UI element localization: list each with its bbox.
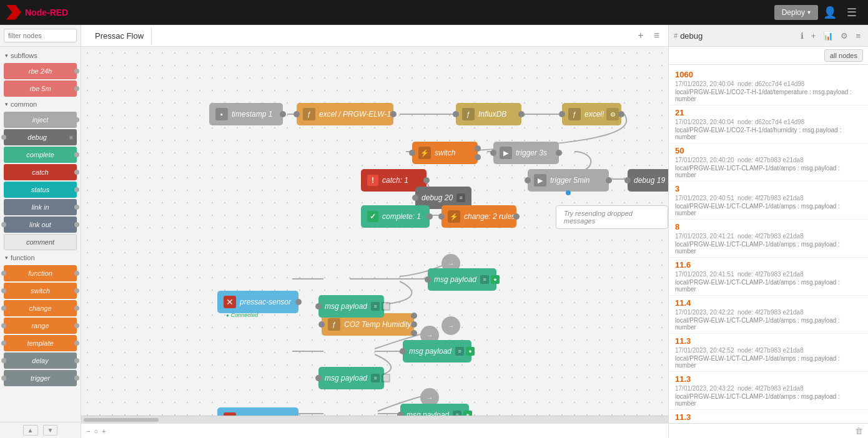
flow-node-timestamp[interactable]: ▪ timestamp 1	[209, 103, 283, 125]
sidebar-section-function[interactable]: ▾ function	[0, 251, 81, 264]
debug-hash: #	[674, 32, 678, 39]
sidebar-node-debug[interactable]: debug ≡	[4, 129, 77, 145]
user-icon-button[interactable]: 👤	[818, 6, 842, 19]
sidebar-node-delay[interactable]: delay	[4, 353, 77, 369]
port-right-icon	[74, 117, 79, 122]
scroll-up-button[interactable]: ▲	[23, 425, 38, 436]
port-left-icon	[1, 358, 6, 363]
port-right-icon	[74, 271, 79, 276]
debug-meta: 17/01/2023, 20:43:22 node: 4f27b983 e21d…	[675, 384, 862, 393]
search-input[interactable]	[4, 29, 77, 42]
flow-node-complete1[interactable]: ✓ complete: 1	[361, 205, 430, 228]
port-right-icon	[74, 358, 79, 363]
flow-node-excel-prgw[interactable]: ƒ excel / PRGW-ELW-1	[297, 103, 393, 125]
fit-button[interactable]: ○	[94, 427, 98, 435]
debug-info-button[interactable]: ℹ	[798, 30, 806, 42]
horizontal-scrollbar[interactable]	[81, 416, 668, 423]
sidebar-node-trigger[interactable]: trigger	[4, 370, 77, 386]
sidebar-node-linkin[interactable]: link in	[4, 199, 77, 215]
sidebar-node-template[interactable]: template	[4, 335, 77, 351]
canvas-header: Pressac Flow + ≡	[81, 25, 668, 47]
sidebar-node-linkout[interactable]: link out	[4, 217, 77, 233]
debug-path: local/PRGW-ELW-1/CT-CLAMP-1/dat/amps : m…	[675, 393, 862, 407]
sidebar-node-comment[interactable]: comment	[4, 234, 77, 250]
debug-clear-button[interactable]: 🗑	[855, 426, 863, 436]
sidebar-section-label: function	[11, 254, 35, 261]
sidebar-node-change[interactable]: change	[4, 300, 77, 316]
flow-node-influxdb[interactable]: ƒ InfluxDB	[456, 103, 521, 125]
flow-node-msgpayload-co2-b[interactable]: msg payload ≡ ⬜	[318, 295, 384, 318]
sidebar-node-range[interactable]: range	[4, 318, 77, 334]
node-label: switch	[7, 287, 73, 294]
chevron-down-icon: ▾	[5, 52, 8, 59]
hamburger-menu-button[interactable]: ☰	[842, 6, 862, 19]
flow-node-debug19[interactable]: debug 19 ≡ ●	[628, 169, 668, 192]
node-label: InfluxDB	[478, 110, 506, 119]
debug-settings-button[interactable]: ⚙	[838, 30, 851, 42]
port-right-icon	[74, 288, 79, 293]
port-dot	[411, 313, 417, 319]
debug-header: # debug ℹ + 📊 ⚙ ≡	[669, 25, 868, 47]
node-label: rbe 24h	[7, 67, 73, 75]
node-label: CO2 Temp Humidity	[344, 320, 412, 329]
sidebar-node-function[interactable]: function	[4, 265, 77, 281]
debug-entry: 11.6 17/01/2023, 20:41:51 node: 4f27b983…	[669, 258, 868, 296]
sidebar-node-catch[interactable]: catch	[4, 164, 77, 180]
flow-node-comment-resend[interactable]: Try resending dropped messages	[556, 205, 668, 229]
flow-node-pressac-co2[interactable]: ✕ pressac-sensor Connected	[217, 291, 298, 313]
node-label: msg payload	[407, 411, 449, 416]
flow-node-excel[interactable]: ƒ excel! ⚙	[562, 103, 621, 125]
sidebar-section-common[interactable]: ▾ common	[0, 98, 81, 110]
debug-meta: 17/01/2023, 20:40:51 node: 4f27b983 e21d…	[675, 193, 862, 203]
scroll-down-button[interactable]: ▼	[43, 425, 58, 436]
zoom-out-button[interactable]: −	[86, 427, 90, 435]
flow-node-msgpayload-ct-b[interactable]: msg payload ≡ ⬜	[318, 367, 384, 389]
flow-node-change[interactable]: ⚡ change: 2 rules	[441, 205, 516, 228]
connections-svg	[81, 47, 668, 416]
node-icon: ƒ	[303, 108, 315, 120]
node-label: excel!	[584, 110, 604, 119]
port-right-icon	[74, 376, 79, 381]
sidebar-node-rbe24h[interactable]: rbe 24h	[4, 63, 77, 79]
flow-node-pressac-ct[interactable]: ✕ pressac-sensor Connected	[217, 407, 298, 416]
flow-node-trigger5min[interactable]: ▶ trigger 5min	[528, 169, 609, 192]
node-label: debug 19	[634, 176, 665, 185]
debug-entry: 21 17/01/2023, 20:40:04 node: d62cc7d4 e…	[669, 105, 868, 144]
sidebar-node-rbe5m[interactable]: rbe 5m	[4, 80, 77, 97]
node-icon: ƒ	[568, 108, 581, 120]
flow-menu-button[interactable]: ≡	[651, 30, 662, 41]
port-right-icon	[74, 323, 79, 328]
port-right-icon	[74, 69, 79, 74]
deploy-button[interactable]: Deploy ▾	[774, 5, 818, 20]
flow-node-msgpayload-ct[interactable]: msg payload ≡ ●	[403, 340, 471, 363]
debug-list-button[interactable]: ≡	[853, 30, 863, 42]
all-nodes-filter-button[interactable]: all nodes	[824, 49, 863, 62]
node-label: delay	[7, 357, 73, 364]
debug-add-button[interactable]: +	[809, 30, 819, 42]
sidebar-node-status[interactable]: status	[4, 182, 77, 198]
canvas-tab-label[interactable]: Pressac Flow	[87, 27, 152, 44]
sidebar-node-complete[interactable]: complete	[4, 147, 77, 163]
debug-entry: 11.3 17/01/2023, 20:42:52 node: 4f27b983…	[669, 334, 868, 372]
list-icon: ≡	[371, 374, 380, 382]
port-left-icon	[1, 288, 6, 293]
flow-node-switch[interactable]: ⚡ switch	[412, 142, 478, 164]
flow-canvas[interactable]: ▪ timestamp 1 ƒ excel / PRGW-ELW-1 ƒ Inf…	[81, 47, 668, 416]
zoom-in-button[interactable]: +	[102, 427, 106, 435]
flow-node-msgpayload-co2[interactable]: msg payload ≡ ●	[428, 268, 496, 291]
add-flow-button[interactable]: +	[635, 30, 646, 41]
flow-node-link-port-2[interactable]: →	[441, 316, 460, 335]
flow-node-msgpayload-dry[interactable]: msg payload ≡ ●	[400, 404, 469, 416]
flow-node-trigger3s[interactable]: ▶ trigger 3s	[493, 142, 559, 164]
sidebar-section-subflows[interactable]: ▾ subflows	[0, 49, 81, 62]
list-icon: ≡	[453, 411, 461, 416]
debug-meta: 17/01/2023, 20:42:22 node: 4f27b983 e21d…	[675, 308, 862, 317]
debug-path: local/PRGW-ELW-1/CT-CLAMP-1/dat/amps : m…	[675, 203, 862, 217]
debug-value: 3	[675, 184, 862, 193]
sidebar-node-inject[interactable]: inject	[4, 112, 77, 128]
debug-value: 50	[675, 146, 862, 155]
debug-chart-button[interactable]: 📊	[821, 30, 836, 42]
debug-path: local/PRGW-ELW-1/CT-CLAMP-1/dat/amps : m…	[675, 355, 862, 369]
connected-status: Connected	[226, 312, 258, 318]
sidebar-node-switch[interactable]: switch	[4, 283, 77, 299]
